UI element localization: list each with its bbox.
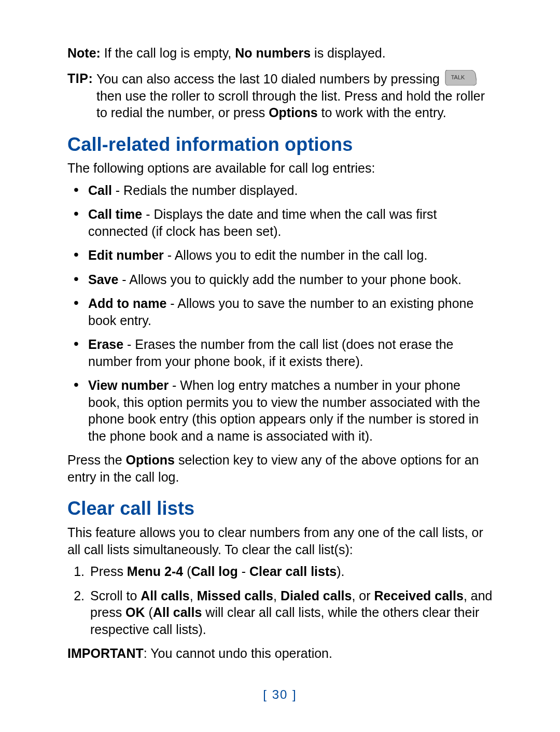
steps-list: Press Menu 2-4 (Call log - Clear call li… — [67, 563, 493, 638]
step2-b2: Missed calls — [197, 588, 273, 603]
list-item: Call time - Displays the date and time w… — [67, 206, 493, 240]
outro-bold: Options — [126, 453, 175, 467]
desc: - Erases the number from the call list (… — [88, 337, 454, 369]
step1-b1: Menu 2-4 — [127, 564, 183, 579]
desc: - Allows you to edit the number in the c… — [164, 248, 428, 262]
svg-text:TALK: TALK — [451, 74, 465, 80]
heading-clear-call-lists: Clear call lists — [67, 497, 493, 521]
step2-pre: Scroll to — [90, 588, 141, 603]
note-line: Note: If the call log is empty, No numbe… — [67, 45, 493, 62]
list-item: Erase - Erases the number from the call … — [67, 336, 493, 370]
step2-b1: All calls — [141, 588, 190, 603]
section1-intro: The following options are available for … — [67, 160, 493, 177]
page-number: [ 30 ] — [0, 687, 560, 702]
tip-block: TIP: You can also access the last 10 dia… — [67, 70, 493, 121]
important-label: IMPORTANT — [67, 646, 144, 660]
term: View number — [88, 378, 169, 392]
list-item: Save - Allows you to quickly add the num… — [67, 271, 493, 288]
tip-label: TIP: — [67, 71, 93, 86]
step-item: Press Menu 2-4 (Call log - Clear call li… — [88, 563, 493, 580]
desc: - Allows you to quickly add the number t… — [118, 272, 461, 287]
term: Call — [88, 183, 112, 198]
step1-post: ). — [337, 564, 344, 579]
note-pre: If the call log is empty, — [101, 46, 235, 60]
important-line: IMPORTANT: You cannot undo this operatio… — [67, 645, 493, 662]
list-item: Add to name - Allows you to save the num… — [67, 295, 493, 329]
step1-b2: Call log — [191, 564, 238, 579]
tip-options-word: Options — [269, 105, 317, 120]
section2-intro: This feature allows you to clear numbers… — [67, 524, 493, 558]
section1-outro: Press the Options selection key to view … — [67, 452, 493, 485]
note-label: Note: — [67, 46, 101, 60]
note-post: is displayed. — [311, 46, 386, 60]
step2-b3: Dialed calls — [281, 588, 352, 603]
step2-b4: Received calls — [374, 588, 464, 603]
term: Edit number — [88, 248, 164, 262]
list-item: View number - When log entry matches a n… — [67, 377, 493, 444]
desc: - Redials the number displayed. — [112, 183, 298, 198]
term: Erase — [88, 337, 123, 351]
term: Add to name — [88, 296, 166, 311]
talk-key-icon: TALK — [444, 70, 477, 86]
note-bold: No numbers — [235, 46, 311, 60]
step2-open: ( — [145, 605, 153, 620]
page-content: Note: If the call log is empty, No numbe… — [67, 45, 493, 667]
heading-call-related-options: Call-related information options — [67, 133, 493, 157]
step2-c1: , — [190, 588, 197, 603]
option-list: Call - Redials the number displayed. Cal… — [67, 182, 493, 445]
step1-mid1: ( — [183, 564, 191, 579]
step1-mid2: - — [238, 564, 249, 579]
step1-pre: Press — [90, 564, 127, 579]
outro-pre: Press the — [67, 453, 126, 467]
step-item: Scroll to All calls, Missed calls, Diale… — [88, 587, 493, 638]
tip-body: You can also access the last 10 dialed n… — [96, 70, 493, 121]
term: Call time — [88, 207, 142, 221]
step2-b6: All calls — [153, 605, 202, 620]
list-item: Call - Redials the number displayed. — [67, 182, 493, 199]
tip-line1: You can also access the last 10 dialed n… — [96, 72, 443, 86]
step1-b3: Clear call lists — [249, 564, 337, 579]
step2-c3: , or — [352, 588, 374, 603]
step2-c2: , — [273, 588, 281, 603]
term: Save — [88, 272, 118, 287]
list-item: Edit number - Allows you to edit the num… — [67, 247, 493, 264]
important-text: : You cannot undo this operation. — [144, 646, 332, 660]
tip-rest-post: to work with the entry. — [318, 105, 446, 120]
step2-b5: OK — [125, 605, 145, 620]
